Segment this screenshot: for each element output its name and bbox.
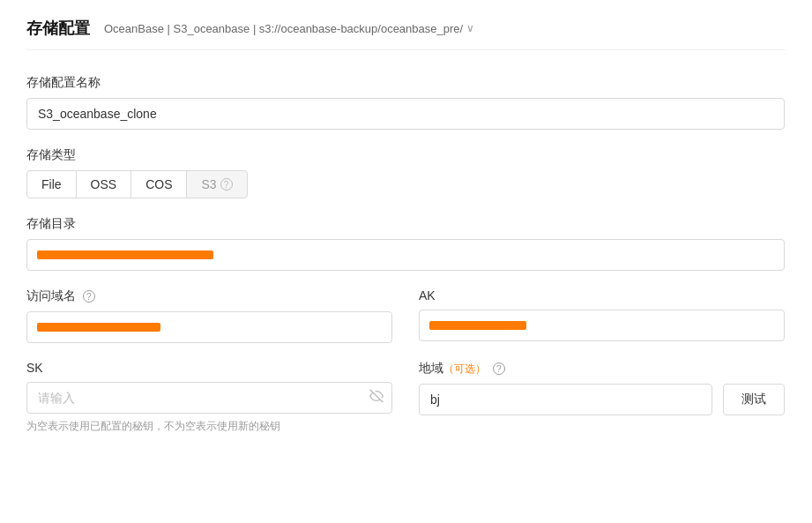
domain-ak-row: 访问域名 ? AK [26, 288, 785, 361]
chevron-down-icon: ∨ [466, 22, 474, 34]
type-btn-cos[interactable]: COS [130, 170, 187, 198]
type-btn-file[interactable]: File [26, 170, 77, 198]
ak-group: AK [419, 288, 785, 343]
storage-type-buttons: File OSS COS S3 ? [26, 170, 785, 198]
page-header: 存储配置 OceanBase | S3_oceanbase | s3://oce… [26, 18, 786, 50]
name-group: 存储配置名称 [26, 75, 785, 130]
breadcrumb-text: OceanBase | S3_oceanbase | s3://oceanbas… [104, 22, 463, 35]
s3-help-icon: ? [220, 178, 233, 191]
page-title: 存储配置 [26, 18, 90, 39]
name-label: 存储配置名称 [26, 75, 785, 91]
sk-input-wrapper [26, 382, 392, 414]
directory-input[interactable] [26, 239, 785, 271]
ak-input[interactable] [419, 310, 785, 341]
storage-type-label: 存储类型 [26, 147, 785, 163]
region-group: 地域（可选） ? [419, 361, 712, 415]
access-domain-input-wrapper [26, 311, 392, 343]
region-label: 地域（可选） ? [419, 361, 712, 377]
access-domain-help-icon[interactable]: ? [83, 290, 95, 303]
name-input[interactable] [26, 98, 785, 130]
sk-region-row: SK 为空表示使用已配置的秘钥，不为空表示使用新的秘钥 [26, 361, 785, 452]
access-domain-group: 访问域名 ? [26, 288, 392, 343]
breadcrumb-selector[interactable]: OceanBase | S3_oceanbase | s3://oceanbas… [104, 22, 474, 35]
sk-hint: 为空表示使用已配置的秘钥，不为空表示使用新的秘钥 [26, 419, 392, 434]
region-row: 地域（可选） ? 测试 [419, 361, 785, 415]
page-container: 存储配置 OceanBase | S3_oceanbase | s3://oce… [0, 0, 812, 469]
sk-input[interactable] [26, 382, 392, 414]
form-section: 存储配置名称 存储类型 File OSS COS S3 ? 存储目录 [26, 75, 785, 452]
directory-label: 存储目录 [26, 216, 785, 232]
ak-label: AK [419, 288, 785, 303]
sk-label: SK [26, 361, 392, 375]
sk-group: SK 为空表示使用已配置的秘钥，不为空表示使用新的秘钥 [26, 361, 392, 434]
region-input[interactable] [419, 384, 712, 415]
directory-input-wrapper [26, 239, 785, 271]
test-button[interactable]: 测试 [723, 384, 785, 415]
eye-off-icon[interactable] [369, 389, 384, 407]
access-domain-input[interactable] [26, 311, 392, 343]
region-help-icon[interactable]: ? [493, 362, 505, 375]
type-btn-oss[interactable]: OSS [76, 170, 132, 198]
region-with-test: 地域（可选） ? 测试 [419, 361, 785, 452]
directory-group: 存储目录 [26, 216, 785, 271]
access-domain-label: 访问域名 ? [26, 288, 392, 304]
type-btn-s3[interactable]: S3 ? [186, 170, 247, 198]
storage-type-group: 存储类型 File OSS COS S3 ? [26, 147, 785, 198]
ak-input-wrapper [419, 310, 785, 341]
